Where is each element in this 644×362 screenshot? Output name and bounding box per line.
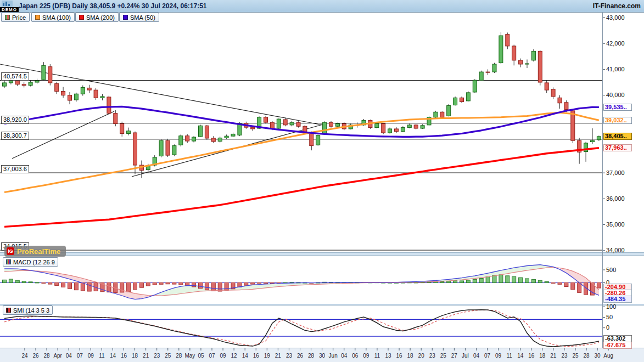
candle xyxy=(512,45,516,66)
candle xyxy=(290,121,294,126)
candle xyxy=(225,134,228,139)
price-axis-badge: 39,535.. xyxy=(603,104,632,111)
date-label: 05 xyxy=(198,353,204,359)
candle xyxy=(323,121,327,135)
date-label: 28 xyxy=(583,353,589,359)
candle xyxy=(127,128,131,135)
smi-panel xyxy=(0,310,602,347)
app-logo-icon xyxy=(2,1,13,7)
candle xyxy=(172,144,176,156)
candle xyxy=(218,137,222,142)
hline-price-label: 38,300.7 xyxy=(1,132,29,140)
date-label: 28 xyxy=(308,353,314,359)
candle xyxy=(558,95,562,109)
date-label: 09 xyxy=(363,353,369,359)
candle xyxy=(395,127,399,133)
price-axis-tick-label: 36,000 xyxy=(606,195,625,202)
macd-legend-label: MACD (12 26 9 xyxy=(13,259,55,265)
legend-button-sma200[interactable]: SMA (200) xyxy=(75,13,119,22)
candles xyxy=(3,32,601,178)
drawn-lines xyxy=(0,64,602,250)
hline-price-label: 37,003.6 xyxy=(1,165,29,173)
instrument-title: Japan 225 (DFB) Daily 38,405.9 +0.24% 30… xyxy=(19,2,207,10)
watermark-text: ProRealTime xyxy=(17,247,60,256)
date-label: 25 xyxy=(165,353,171,359)
header-bar: DEMO Japan 225 (DFB) Daily 38,405.9 +0.2… xyxy=(0,0,644,13)
date-label: 18 xyxy=(539,353,545,359)
candle xyxy=(414,124,418,129)
candle xyxy=(492,63,496,73)
charting-app-window: DEMO Japan 225 (DFB) Daily 38,405.9 +0.2… xyxy=(0,0,644,362)
prorealtime-watermark: iG ProRealTime xyxy=(4,246,66,257)
date-label: 16 xyxy=(253,353,259,359)
date-label: 16 xyxy=(528,353,534,359)
macd-legend-button[interactable]: MACD (12 26 9 xyxy=(3,257,58,267)
date-label: 11 xyxy=(99,353,104,359)
legend-button-sma100[interactable]: SMA (100) xyxy=(31,13,75,22)
legend-button-sma50[interactable]: SMA (50) xyxy=(119,13,159,22)
candle xyxy=(35,78,39,83)
date-label: 14 xyxy=(110,353,116,359)
candle xyxy=(87,85,91,93)
candle xyxy=(466,92,470,101)
candle xyxy=(499,32,503,64)
candle xyxy=(316,134,320,145)
date-label: 13 xyxy=(385,353,391,359)
candle xyxy=(531,49,535,62)
candle xyxy=(486,69,490,75)
candle xyxy=(597,135,601,141)
price-axis-badge: 38,405.. xyxy=(603,133,632,140)
date-label: 26 xyxy=(32,353,38,359)
smi-legend-button[interactable]: SMI (14 3 5 3 xyxy=(3,306,53,315)
date-label: 23 xyxy=(286,353,292,359)
candle xyxy=(55,82,59,94)
legend-button-price[interactable]: Price xyxy=(1,13,30,22)
date-label: 06 xyxy=(352,353,358,359)
date-label: 23 xyxy=(429,353,435,359)
date-label: 28 xyxy=(44,353,50,359)
price-axis-tick-label: 37,000 xyxy=(606,169,625,176)
price-axis-badge: 37,963.. xyxy=(603,144,632,151)
date-label: 07 xyxy=(209,353,215,359)
demo-badge: DEMO xyxy=(0,7,19,12)
candle xyxy=(205,125,209,140)
hline-price-label: 38,920.0 xyxy=(1,116,29,124)
date-label: 16 xyxy=(396,353,402,359)
candle xyxy=(114,110,117,126)
date-label: 25 xyxy=(440,353,446,359)
sma200-icon xyxy=(79,15,84,20)
chart-canvas[interactable] xyxy=(0,0,644,362)
price-axis-tick-label: 42,000 xyxy=(606,40,625,47)
date-label: 27 xyxy=(451,353,457,359)
date-label: 04 xyxy=(473,353,479,359)
macd-panel xyxy=(0,265,602,299)
candle xyxy=(283,118,287,127)
candle xyxy=(591,128,595,144)
candle xyxy=(277,118,281,129)
date-label: 11 xyxy=(374,353,380,359)
candle xyxy=(42,62,46,81)
candle xyxy=(401,126,405,132)
date-label: 30 xyxy=(319,353,325,359)
legend-label: SMA (200) xyxy=(86,14,115,21)
candle xyxy=(538,50,542,86)
price-axis-tick-label: 41,000 xyxy=(606,66,625,72)
date-label: 04 xyxy=(341,353,347,359)
date-label: 12 xyxy=(231,353,237,359)
smi-axis-tick-label: 100 xyxy=(606,303,616,310)
site-link[interactable]: IT-Finance.com xyxy=(593,2,641,10)
candle xyxy=(296,121,300,127)
candle xyxy=(329,121,333,128)
sma50-icon xyxy=(123,15,128,20)
candle xyxy=(22,82,26,87)
date-label: 07 xyxy=(77,353,83,359)
candle xyxy=(264,116,268,123)
smi-axis-badge: -67.675 xyxy=(603,342,632,349)
date-label: Apr xyxy=(53,353,62,359)
date-label: 09 xyxy=(88,353,94,359)
price-axis-tick-label: 40,000 xyxy=(606,92,625,98)
candle xyxy=(199,125,203,137)
date-label: Aug xyxy=(603,353,613,359)
candle xyxy=(407,124,411,128)
candle xyxy=(186,134,189,143)
